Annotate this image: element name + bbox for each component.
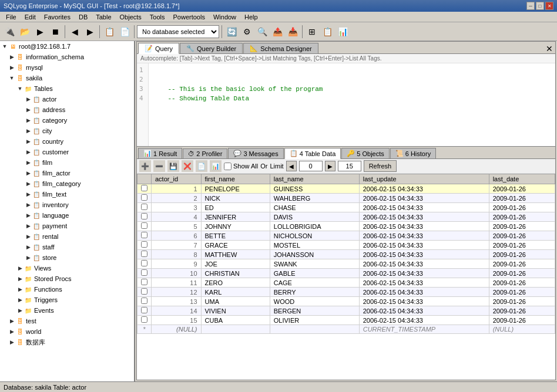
sidebar-item-sakila[interactable]: ▼ 🗄 sakila	[0, 73, 134, 83]
table-row[interactable]: 11 ZERO CAGE 2006-02-15 04:34:33 2009-01…	[137, 278, 555, 288]
sidebar-item-world[interactable]: ▶ 🗄 world	[0, 326, 134, 337]
cell-last-date[interactable]: 2009-01-26	[489, 250, 555, 259]
sidebar-item-country[interactable]: ▶ 📋 country	[0, 136, 134, 147]
menu-help[interactable]: Help	[241, 13, 261, 21]
import-button[interactable]: 📥	[286, 25, 300, 39]
query-editor[interactable]: -- This is the basic look of the program…	[149, 63, 555, 146]
add-row-button[interactable]: ➕	[139, 160, 151, 172]
table-row[interactable]: 3 ED CHASE 2006-02-15 04:34:33 2009-01-2…	[137, 203, 555, 212]
tab-history[interactable]: 📜 6 History	[390, 148, 436, 158]
table-row[interactable]: 12 KARL BERRY 2006-02-15 04:34:33 2009-0…	[137, 288, 555, 297]
tab-objects[interactable]: 🔑 5 Objects	[341, 148, 389, 158]
cell-last-name[interactable]: BERRY	[270, 288, 359, 297]
mysql-toggle[interactable]: ▶	[8, 64, 15, 71]
cell-first-name[interactable]: JOE	[201, 259, 270, 269]
header-last-name[interactable]: last_name	[270, 174, 359, 184]
refresh-button[interactable]: 🔄	[224, 25, 239, 39]
cell-last-date[interactable]: 2009-01-26	[489, 259, 555, 269]
table-row[interactable]: 4 JENNIFER DAVIS 2006-02-15 04:34:33 200…	[137, 212, 555, 222]
menu-favorites[interactable]: Favorites	[41, 13, 74, 21]
actor-toggle[interactable]: ▶	[25, 96, 32, 103]
tab-messages[interactable]: 💬 3 Messages	[228, 148, 283, 158]
table-row[interactable]: 8 MATTHEW JOHANSSON 2006-02-15 04:34:33 …	[137, 250, 555, 259]
cell-last-date[interactable]: 2009-01-26	[489, 203, 555, 212]
infschema-toggle[interactable]: ▶	[8, 53, 15, 60]
form-button[interactable]: 📋	[320, 25, 334, 39]
sidebar-item-functions[interactable]: ▶ 📁 Functions	[0, 284, 134, 295]
cell-last-date[interactable]: 2009-01-26	[489, 222, 555, 231]
row-checkbox[interactable]	[137, 212, 152, 222]
cell-last-name[interactable]: NICHOLSON	[270, 231, 359, 241]
staff-toggle[interactable]: ▶	[25, 244, 32, 251]
cell-first-name[interactable]: KARL	[201, 288, 270, 297]
cell-first-name[interactable]: JENNIFER	[201, 212, 270, 222]
film-toggle[interactable]: ▶	[25, 159, 32, 166]
chart-button[interactable]: 📊	[335, 25, 350, 39]
functions-toggle[interactable]: ▶	[16, 286, 24, 293]
sidebar-item-tables[interactable]: ▼ 📁 Tables	[0, 83, 134, 94]
copy-row-button[interactable]: 📄	[196, 160, 207, 172]
cell-last-name[interactable]: CHASE	[270, 203, 359, 212]
triggers-toggle[interactable]: ▶	[16, 296, 24, 303]
film-text-toggle[interactable]: ▶	[25, 191, 32, 198]
cell-last-update[interactable]: 2006-02-15 04:34:33	[359, 212, 489, 222]
sidebar-item-stored-procs[interactable]: ▶ 📁 Stored Procs	[0, 273, 134, 284]
open-button[interactable]: 📂	[18, 25, 32, 39]
cell-last-name[interactable]: JOHANSSON	[270, 250, 359, 259]
cell-last-name[interactable]: SWANK	[270, 259, 359, 269]
row-checkbox[interactable]	[137, 194, 152, 203]
back-button[interactable]: ◀	[68, 25, 82, 39]
execute-button[interactable]: ▶	[33, 25, 47, 39]
row-checkbox[interactable]	[137, 231, 152, 241]
table-row[interactable]: 7 GRACE MOSTEL 2006-02-15 04:34:33 2009-…	[137, 241, 555, 250]
cell-last-update[interactable]: 2006-02-15 04:34:33	[359, 231, 489, 241]
sidebar-item-root[interactable]: ▼ 🖥 root@192.168.1.7	[0, 41, 134, 52]
sidebar-item-views[interactable]: ▶ 📁 Views	[0, 263, 134, 273]
sidebar-item-information-schema[interactable]: ▶ 🗄 information_schema	[0, 52, 134, 62]
cell-last-name[interactable]: MOSTEL	[270, 241, 359, 250]
city-toggle[interactable]: ▶	[25, 127, 32, 134]
sidebar-item-film-category[interactable]: ▶ 📋 film_category	[0, 178, 134, 189]
sidebar-item-actor[interactable]: ▶ 📋 actor	[0, 94, 134, 104]
row-checkbox[interactable]	[137, 306, 152, 316]
table-row[interactable]: 5 JOHNNY LOLLOBRIGIDA 2006-02-15 04:34:3…	[137, 222, 555, 231]
stored-procs-toggle[interactable]: ▶	[16, 275, 24, 282]
row-checkbox[interactable]	[137, 316, 152, 325]
refresh-button[interactable]: Refresh	[364, 160, 397, 172]
sidebar-item-category[interactable]: ▶ 📋 category	[0, 115, 134, 126]
tab-query-builder[interactable]: 🔧 Query Builder	[180, 43, 243, 53]
cell-first-name[interactable]: ZERO	[201, 278, 270, 288]
cell-last-date[interactable]: 2009-01-26	[489, 241, 555, 250]
cell-first-name[interactable]: ED	[201, 203, 270, 212]
store-toggle[interactable]: ▶	[25, 254, 32, 261]
maximize-button[interactable]: □	[536, 2, 544, 10]
table-row[interactable]: 6 BETTE NICHOLSON 2006-02-15 04:34:33 20…	[137, 231, 555, 241]
row-checkbox[interactable]	[137, 259, 152, 269]
inventory-toggle[interactable]: ▶	[25, 201, 32, 208]
delete-row-button[interactable]: ➖	[153, 160, 165, 172]
header-last-date[interactable]: last_date	[489, 174, 555, 184]
cell-last-date[interactable]: 2009-01-26	[489, 288, 555, 297]
sidebar-item-language[interactable]: ▶ 📋 language	[0, 210, 134, 221]
table-row[interactable]: 14 VIVIEN BERGEN 2006-02-15 04:34:33 200…	[137, 306, 555, 316]
table-row[interactable]: 15 CUBA OLIVIER 2006-02-15 04:34:33 2009…	[137, 316, 555, 325]
cell-last-name[interactable]: CAGE	[270, 278, 359, 288]
sidebar-item-shujuku[interactable]: ▶ 🗄 数据库	[0, 337, 134, 347]
grid-button[interactable]: ⊞	[305, 25, 319, 39]
country-toggle[interactable]: ▶	[25, 138, 32, 145]
show-all-label[interactable]: Show All	[233, 163, 258, 170]
cell-first-name[interactable]: UMA	[201, 297, 270, 306]
film-category-toggle[interactable]: ▶	[25, 180, 32, 187]
root-toggle[interactable]: ▼	[1, 43, 8, 50]
sidebar-item-film[interactable]: ▶ 📋 film	[0, 157, 134, 168]
category-toggle[interactable]: ▶	[25, 117, 32, 124]
cell-last-date[interactable]: 2009-01-26	[489, 297, 555, 306]
filter-button[interactable]: 🔍	[255, 25, 269, 39]
sidebar-item-address[interactable]: ▶ 📋 address	[0, 104, 134, 115]
cell-first-name[interactable]: CUBA	[201, 316, 270, 325]
minimize-button[interactable]: ─	[526, 2, 535, 10]
cell-last-update[interactable]: 2006-02-15 04:34:33	[359, 184, 489, 194]
cell-last-name[interactable]: OLIVIER	[270, 316, 359, 325]
cell-last-update[interactable]: 2006-02-15 04:34:33	[359, 203, 489, 212]
row-checkbox[interactable]	[137, 269, 152, 278]
